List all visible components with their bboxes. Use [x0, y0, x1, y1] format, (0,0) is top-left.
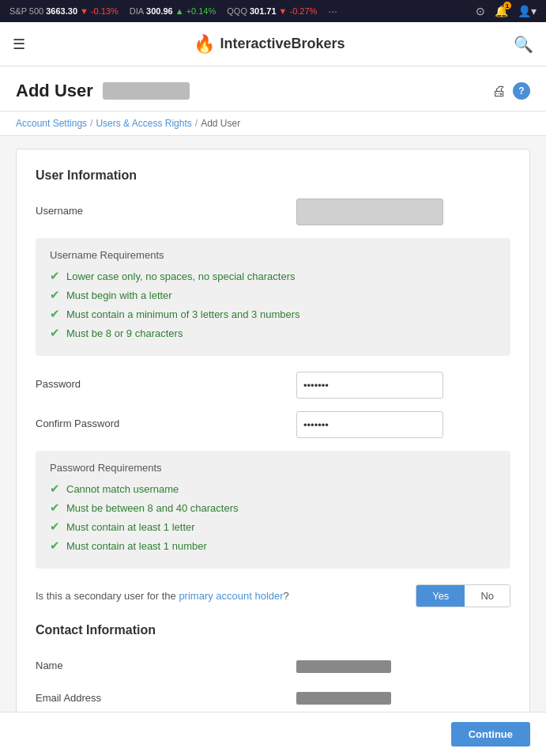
confirm-password-input-wrapper	[296, 411, 510, 438]
password-input[interactable]	[296, 372, 443, 399]
breadcrumb-users-access[interactable]: Users & Access Rights	[96, 118, 191, 129]
name-row: Name	[36, 653, 510, 673]
yes-no-toggle: Yes No	[416, 584, 510, 607]
qqq-change: -0.27%	[289, 6, 317, 16]
breadcrumb-account-settings[interactable]: Account Settings	[16, 118, 87, 129]
username-row: Username	[36, 198, 510, 225]
dia-ticker: DIA 300.96 ▲ +0.14%	[130, 6, 217, 16]
logo-text: InteractiveBrokers	[220, 36, 345, 52]
user-info-title: User Information	[36, 168, 510, 183]
name-label: Name	[36, 653, 296, 671]
secondary-user-question-end: ?	[284, 590, 289, 602]
search-button[interactable]: 🔍	[514, 35, 533, 54]
user-icon[interactable]: 👤▾	[518, 5, 537, 17]
password-input-wrapper	[296, 372, 510, 399]
email-row: Email Address	[36, 686, 510, 705]
more-tickers[interactable]: ···	[328, 5, 337, 17]
page-header: Add User 🖨 ?	[0, 66, 546, 112]
primary-account-holder-link[interactable]: primary account holder	[179, 590, 283, 602]
continue-button[interactable]: Continue	[451, 722, 530, 747]
password-row: Password	[36, 372, 510, 399]
page-title-area: Add User	[16, 81, 190, 101]
password-label: Password	[36, 372, 296, 390]
username-req-4-text: Must be 8 or 9 characters	[66, 327, 183, 339]
help-icon[interactable]: ?	[513, 82, 530, 100]
main-nav: ☰ 🔥 InteractiveBrokers 🔍	[0, 22, 546, 66]
breadcrumb-current: Add User	[201, 118, 240, 129]
dia-label: DIA	[130, 6, 144, 16]
email-redacted	[296, 692, 391, 705]
dia-change: +0.14%	[186, 6, 217, 16]
hamburger-icon[interactable]: ☰	[13, 36, 25, 53]
pwd-req-4-text: Must contain at least 1 number	[66, 540, 207, 552]
sp500-value: 3663.30	[46, 6, 77, 16]
nav-left: ☰	[13, 36, 25, 53]
notification-badge: 1	[503, 2, 511, 9]
username-requirements-box: Username Requirements ✔ Lower case only,…	[36, 238, 510, 356]
pwd-req-3-text: Must contain at least 1 letter	[66, 521, 195, 533]
print-icon[interactable]: 🖨	[492, 83, 506, 100]
confirm-password-label: Confirm Password	[36, 411, 296, 429]
ticker-actions: ⊙ 🔔 1 👤▾	[476, 5, 537, 17]
main-content: User Information Username Username Requi…	[0, 136, 546, 756]
username-req-3: ✔ Must contain a minimum of 3 letters an…	[50, 307, 496, 321]
logo-flame-icon: 🔥	[194, 34, 215, 55]
check-icon-1: ✔	[50, 269, 60, 283]
username-label: Username	[36, 198, 296, 217]
username-input[interactable]	[296, 198, 443, 225]
secondary-user-question-start: Is this a secondary user for the	[36, 590, 179, 602]
header-actions: 🖨 ?	[492, 82, 530, 100]
breadcrumb: Account Settings / Users & Access Rights…	[0, 112, 546, 136]
dia-value: 300.96	[146, 6, 173, 16]
check-icon-4: ✔	[50, 326, 60, 340]
pwd-req-3: ✔ Must contain at least 1 letter	[50, 520, 496, 534]
name-value	[296, 653, 510, 673]
pwd-req-2-text: Must be between 8 and 40 characters	[66, 502, 239, 514]
pwd-check-icon-2: ✔	[50, 501, 60, 515]
yes-button[interactable]: Yes	[416, 585, 465, 607]
pwd-check-icon-1: ✔	[50, 482, 60, 496]
logo: 🔥 InteractiveBrokers	[194, 34, 345, 55]
username-req-2: ✔ Must begin with a letter	[50, 288, 496, 302]
check-icon-2: ✔	[50, 288, 60, 302]
name-redacted	[296, 660, 391, 673]
username-req-1-text: Lower case only, no spaces, no special c…	[66, 270, 296, 282]
bottom-bar: Continue	[0, 712, 546, 756]
username-req-2-text: Must begin with a letter	[66, 289, 172, 301]
page-title: Add User	[16, 81, 93, 101]
sp500-ticker: S&P 500 3663.30 ▼ -0.13%	[9, 6, 119, 16]
username-req-1: ✔ Lower case only, no spaces, no special…	[50, 269, 496, 283]
no-button[interactable]: No	[465, 585, 510, 607]
qqq-label: QQQ	[227, 6, 247, 16]
pwd-req-2: ✔ Must be between 8 and 40 characters	[50, 501, 496, 515]
username-input-wrapper	[296, 198, 510, 225]
sp500-change: -0.13%	[91, 6, 119, 16]
confirm-password-row: Confirm Password	[36, 411, 510, 438]
qqq-ticker: QQQ 301.71 ▼ -0.27%	[227, 6, 317, 16]
password-req-title: Password Requirements	[50, 462, 496, 474]
email-value	[296, 686, 510, 705]
email-label: Email Address	[36, 686, 296, 704]
secondary-user-question: Is this a secondary user for the primary…	[36, 590, 406, 602]
sp500-label: S&P 500	[9, 6, 43, 16]
pwd-check-icon-4: ✔	[50, 539, 60, 553]
help-circle-icon[interactable]: ⊙	[476, 5, 485, 17]
username-req-3-text: Must contain a minimum of 3 letters and …	[66, 308, 300, 320]
breadcrumb-sep-1: /	[90, 118, 92, 129]
username-req-title: Username Requirements	[50, 249, 496, 261]
pwd-req-1: ✔ Cannot match username	[50, 482, 496, 496]
pwd-check-icon-3: ✔	[50, 520, 60, 534]
user-info-card: User Information Username Username Requi…	[16, 149, 530, 756]
confirm-password-input[interactable]	[296, 411, 443, 438]
contact-info-title: Contact Information	[36, 623, 510, 637]
password-requirements-box: Password Requirements ✔ Cannot match use…	[36, 451, 510, 569]
pwd-req-1-text: Cannot match username	[66, 483, 179, 495]
title-redacted-value	[103, 82, 190, 100]
qqq-value: 301.71	[250, 6, 277, 16]
bell-icon[interactable]: 🔔 1	[495, 5, 508, 17]
check-icon-3: ✔	[50, 307, 60, 321]
ticker-items: S&P 500 3663.30 ▼ -0.13% DIA 300.96 ▲ +0…	[9, 5, 337, 17]
ticker-bar: S&P 500 3663.30 ▼ -0.13% DIA 300.96 ▲ +0…	[0, 0, 546, 22]
username-req-4: ✔ Must be 8 or 9 characters	[50, 326, 496, 340]
breadcrumb-sep-2: /	[195, 118, 198, 129]
